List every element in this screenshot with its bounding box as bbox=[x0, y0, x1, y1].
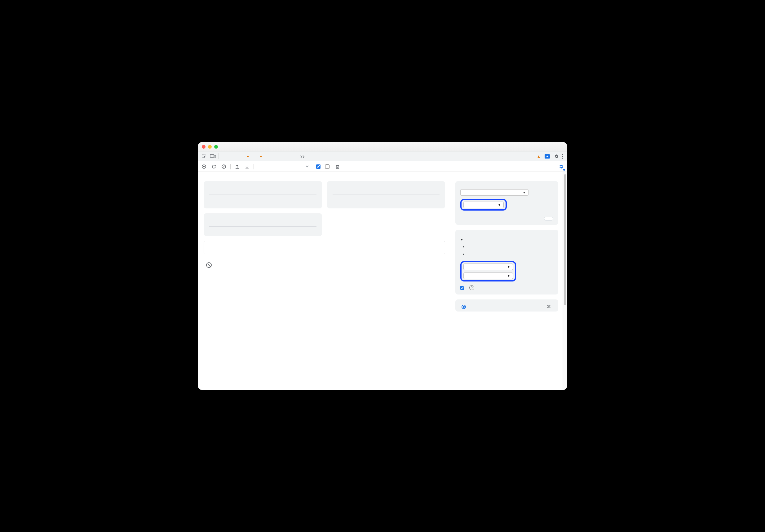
tab-console[interactable] bbox=[228, 151, 235, 161]
tab-lighthouse[interactable] bbox=[291, 151, 298, 161]
record-shortcut: ⌘ bbox=[547, 304, 552, 309]
warnings-badge[interactable]: ▲ bbox=[537, 154, 541, 158]
garbage-collect-button[interactable] bbox=[334, 163, 341, 170]
svg-point-3 bbox=[562, 154, 563, 155]
help-icon[interactable]: ? bbox=[469, 285, 474, 290]
interactions-section bbox=[204, 261, 445, 275]
svg-point-4 bbox=[562, 156, 563, 157]
messages-badge[interactable]: ✦ bbox=[545, 154, 551, 158]
tab-security[interactable] bbox=[283, 151, 291, 161]
record-icon bbox=[461, 305, 466, 309]
configure-button[interactable] bbox=[544, 217, 553, 220]
clear-interactions-icon[interactable] bbox=[206, 262, 212, 268]
chevron-down-icon: ▼ bbox=[507, 265, 510, 268]
memory-checkbox[interactable] bbox=[325, 164, 331, 169]
titlebar bbox=[198, 142, 567, 151]
recordings-select[interactable] bbox=[257, 164, 310, 169]
inp-card bbox=[204, 213, 322, 236]
tab-application[interactable] bbox=[276, 151, 283, 161]
devtools-window: ▲ ▲ ▲ ✦ bbox=[198, 142, 567, 390]
cpu-throttle-select[interactable]: ▼ bbox=[463, 264, 513, 270]
tab-elements[interactable] bbox=[220, 151, 228, 161]
record-action[interactable] bbox=[461, 305, 468, 309]
metrics-footnote bbox=[204, 241, 445, 254]
chevron-down-icon: ▼ bbox=[522, 191, 526, 194]
close-window-button[interactable] bbox=[202, 145, 206, 148]
real-user-env-disclosure[interactable] bbox=[460, 238, 553, 257]
svg-point-7 bbox=[203, 166, 205, 167]
svg-line-9 bbox=[223, 165, 225, 168]
clear-button[interactable] bbox=[220, 163, 227, 170]
capture-settings-icon[interactable] bbox=[558, 163, 564, 170]
more-tabs-icon[interactable] bbox=[298, 151, 307, 161]
svg-rect-1 bbox=[210, 154, 214, 157]
vertical-scrollbar[interactable] bbox=[563, 172, 567, 390]
upload-profile-button[interactable] bbox=[234, 163, 241, 170]
chevron-down-icon: ▼ bbox=[498, 203, 501, 206]
reload-record-button[interactable] bbox=[211, 163, 217, 170]
field-data-panel: ▼ ▼ bbox=[455, 181, 558, 225]
more-options-icon[interactable] bbox=[562, 154, 563, 159]
svg-point-5 bbox=[562, 157, 563, 158]
next-steps-pane: ▼ ▼ bbox=[451, 172, 563, 390]
warning-icon: ▲ bbox=[246, 154, 250, 158]
window-controls bbox=[198, 145, 218, 148]
svg-rect-10 bbox=[336, 166, 339, 168]
metrics-pane bbox=[198, 172, 451, 390]
lcp-element-row[interactable] bbox=[209, 199, 317, 203]
settings-icon[interactable] bbox=[554, 154, 559, 159]
device-select-highlight: ▼ bbox=[460, 199, 507, 211]
throttling-selects-highlight: ▼ ▼ bbox=[460, 261, 516, 282]
cls-card bbox=[327, 181, 445, 208]
device-toolbar-icon[interactable] bbox=[209, 151, 217, 161]
network-throttle-select[interactable]: ▼ bbox=[463, 273, 513, 279]
message-icon: ✦ bbox=[545, 154, 550, 158]
download-profile-button[interactable] bbox=[244, 163, 251, 170]
tab-memory[interactable] bbox=[269, 151, 276, 161]
tab-network[interactable]: ▲ bbox=[243, 151, 256, 161]
tab-sources[interactable] bbox=[235, 151, 243, 161]
lcp-card bbox=[204, 181, 322, 208]
panel-tabstrip: ▲ ▲ ▲ ✦ bbox=[198, 151, 567, 161]
device-select[interactable]: ▼ bbox=[463, 202, 504, 208]
url-select[interactable]: ▼ bbox=[460, 189, 528, 196]
performance-toolbar bbox=[198, 161, 567, 172]
record-button[interactable] bbox=[201, 163, 207, 170]
warning-icon: ▲ bbox=[259, 154, 263, 158]
screenshots-checkbox[interactable] bbox=[316, 164, 322, 169]
warning-icon: ▲ bbox=[537, 154, 540, 158]
inspect-element-icon[interactable] bbox=[200, 151, 209, 161]
svg-rect-2 bbox=[214, 155, 216, 158]
chevron-down-icon: ▼ bbox=[507, 274, 510, 277]
maximize-window-button[interactable] bbox=[214, 145, 218, 148]
record-panel: ⌘ bbox=[455, 299, 558, 312]
environment-panel: ▼ ▼ ? bbox=[455, 230, 558, 295]
disable-cache-checkbox[interactable]: ? bbox=[460, 285, 553, 290]
tab-performance[interactable]: ▲ bbox=[256, 151, 269, 161]
minimize-window-button[interactable] bbox=[208, 145, 212, 148]
